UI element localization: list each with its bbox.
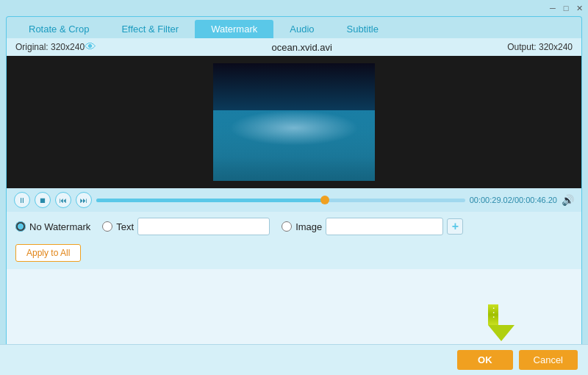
video-area: [6, 56, 582, 188]
ok-button[interactable]: OK: [457, 350, 513, 370]
tab-effect-filter[interactable]: Effect & Filter: [105, 20, 195, 38]
arrow-head: [488, 325, 514, 341]
preview-icon[interactable]: 👁: [85, 40, 96, 54]
text-watermark-radio[interactable]: [102, 221, 112, 232]
no-watermark-label: No Watermark: [29, 221, 90, 232]
no-watermark-radio[interactable]: [15, 221, 26, 232]
tab-audio[interactable]: Audio: [273, 20, 330, 38]
time-display: 00:00:29.02/00:00:46.20: [470, 196, 557, 204]
download-arrow-icon: ▪▪▪: [488, 304, 514, 341]
text-watermark-input[interactable]: [137, 218, 270, 235]
time-current: 00:00:29.02: [470, 196, 512, 204]
arrow-icon-container: ▪▪▪: [488, 304, 514, 341]
filename-label: ocean.xvid.avi: [96, 42, 507, 53]
minimize-button[interactable]: ─: [547, 2, 559, 14]
stop-button[interactable]: ⏹: [35, 192, 51, 208]
output-resolution: Output: 320x240: [507, 42, 573, 52]
arrow-text: ▪▪▪: [490, 306, 495, 319]
title-bar: ─ □ ✕: [0, 0, 588, 16]
progress-fill: [96, 199, 325, 202]
bottom-bar: OK Cancel: [0, 344, 588, 375]
video-overlay: [229, 110, 359, 146]
text-watermark-group: Text: [102, 218, 270, 235]
next-button[interactable]: ⏭: [76, 192, 92, 208]
apply-bar: Apply to All: [6, 241, 582, 269]
pause-button[interactable]: ⏸: [14, 192, 30, 208]
time-total: 00:00:46.20: [514, 196, 557, 204]
apply-to-all-button[interactable]: Apply to All: [15, 244, 81, 262]
image-watermark-group: Image +: [282, 218, 463, 235]
image-watermark-radio[interactable]: [282, 221, 292, 232]
volume-icon[interactable]: 🔊: [562, 194, 574, 206]
info-bar: Original: 320x240 👁 ocean.xvid.avi Outpu…: [6, 38, 582, 56]
progress-thumb[interactable]: [320, 196, 329, 204]
original-resolution: Original: 320x240: [15, 42, 85, 52]
add-image-button[interactable]: +: [447, 218, 463, 235]
tab-bar: Rotate & Crop Effect & Filter Watermark …: [6, 16, 582, 38]
video-thumbnail: [213, 63, 375, 181]
image-watermark-input[interactable]: [326, 218, 443, 235]
prev-button[interactable]: ⏮: [55, 192, 71, 208]
no-watermark-group: No Watermark: [15, 221, 90, 232]
close-button[interactable]: ✕: [573, 2, 585, 14]
arrow-shaft: ▪▪▪: [488, 304, 498, 325]
tab-watermark[interactable]: Watermark: [195, 20, 273, 38]
maximize-button[interactable]: □: [560, 2, 572, 14]
text-watermark-label: Text: [116, 221, 134, 232]
controls-bar: ⏸ ⏹ ⏮ ⏭ 00:00:29.02/00:00:46.20 🔊: [6, 188, 582, 212]
tab-subtitle[interactable]: Subtitle: [331, 20, 395, 38]
progress-bar[interactable]: [96, 199, 465, 202]
options-bar: No Watermark Text Image +: [6, 212, 582, 241]
cancel-button[interactable]: Cancel: [519, 350, 578, 370]
tab-rotate-crop[interactable]: Rotate & Crop: [12, 20, 105, 38]
image-watermark-label: Image: [295, 221, 322, 232]
